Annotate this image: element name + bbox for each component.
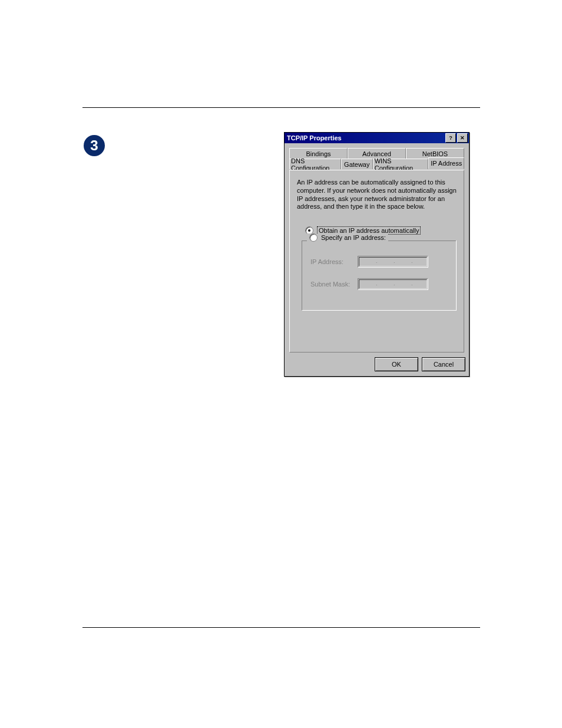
tcpip-properties-dialog: TCP/IP Properties ? ✕ Bindings Advanced … [284,132,470,377]
page-bottom-rule [82,627,480,628]
step-badge: 3 [84,135,105,156]
ok-button[interactable]: OK [375,357,418,371]
subnet-mask-input: . . . [358,278,428,290]
tab-ip-address[interactable]: IP Address [428,157,464,169]
dialog-button-bar: OK Cancel [285,357,469,376]
radio-specify-label: Specify an IP address: [321,234,386,241]
titlebar: TCP/IP Properties ? ✕ [285,133,469,143]
radio-icon [309,233,318,242]
titlebar-buttons: ? ✕ [444,133,468,143]
help-icon[interactable]: ? [445,133,456,143]
tab-panel-ip-address: An IP address can be automatically assig… [289,170,464,353]
specify-ip-group: Specify an IP address: IP Address: . . .… [302,241,457,311]
dialog-body: Bindings Advanced NetBIOS DNS Configurat… [285,143,469,357]
ip-address-label: IP Address: [310,258,358,265]
ip-address-input: . . . [358,256,428,268]
step-number: 3 [90,137,98,154]
tab-strip: Bindings Advanced NetBIOS DNS Configurat… [289,148,464,170]
close-icon[interactable]: ✕ [457,133,468,143]
cancel-button[interactable]: Cancel [422,357,465,371]
tab-gateway[interactable]: Gateway [341,159,373,169]
radio-specify-ip[interactable]: Specify an IP address: [307,233,388,242]
subnet-mask-label: Subnet Mask: [310,281,358,288]
page-top-rule [82,107,480,108]
dialog-title: TCP/IP Properties [286,134,342,141]
subnet-mask-field-row: Subnet Mask: . . . [310,278,450,290]
info-text: An IP address can be automatically assig… [297,179,457,211]
tab-dns-configuration[interactable]: DNS Configuration [289,159,341,169]
ip-address-field-row: IP Address: . . . [310,256,450,268]
tab-wins-configuration[interactable]: WINS Configuration [373,159,429,169]
